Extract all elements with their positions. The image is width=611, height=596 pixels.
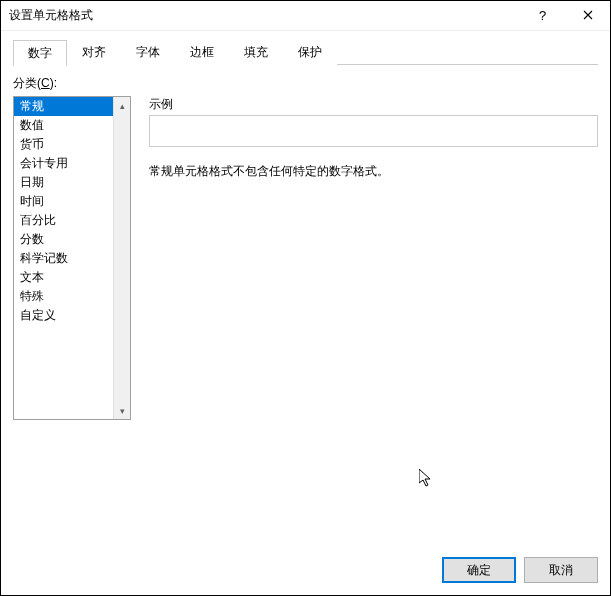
list-item[interactable]: 文本 xyxy=(14,268,113,287)
list-item[interactable]: 分数 xyxy=(14,230,113,249)
list-item[interactable]: 百分比 xyxy=(14,211,113,230)
tabstrip: 数字对齐字体边框填充保护 xyxy=(13,39,598,65)
scroll-up-icon[interactable]: ▴ xyxy=(114,97,130,114)
tab-2[interactable]: 字体 xyxy=(121,39,175,65)
close-icon xyxy=(583,9,593,23)
list-item[interactable]: 自定义 xyxy=(14,306,113,325)
tab-1[interactable]: 对齐 xyxy=(67,39,121,65)
list-item[interactable]: 科学记数 xyxy=(14,249,113,268)
sample-label: 示例 xyxy=(149,96,598,113)
list-item[interactable]: 数值 xyxy=(14,116,113,135)
help-button[interactable]: ? xyxy=(520,1,565,31)
main-area: 常规数值货币会计专用日期时间百分比分数科学记数文本特殊自定义 ▴ ▾ 示例 常规… xyxy=(13,96,598,420)
list-item[interactable]: 常规 xyxy=(14,97,113,116)
list-item[interactable]: 特殊 xyxy=(14,287,113,306)
list-item[interactable]: 时间 xyxy=(14,192,113,211)
ok-button[interactable]: 确定 xyxy=(442,557,516,583)
tab-4[interactable]: 填充 xyxy=(229,39,283,65)
close-button[interactable] xyxy=(565,1,610,31)
scroll-down-icon[interactable]: ▾ xyxy=(114,402,130,419)
tab-5[interactable]: 保护 xyxy=(283,39,337,65)
right-pane: 示例 常规单元格格式不包含任何特定的数字格式。 xyxy=(149,96,598,420)
sample-box xyxy=(149,115,598,147)
cursor-icon xyxy=(419,469,435,492)
dialog-window: 设置单元格格式 ? 数字对齐字体边框填充保护 分类(C): 常规数值货币会计专用… xyxy=(0,0,611,596)
listbox-scrollbar[interactable]: ▴ ▾ xyxy=(113,97,130,419)
tab-0[interactable]: 数字 xyxy=(13,40,67,66)
list-item[interactable]: 日期 xyxy=(14,173,113,192)
dialog-body: 数字对齐字体边框填充保护 分类(C): 常规数值货币会计专用日期时间百分比分数科… xyxy=(1,31,610,595)
list-item[interactable]: 货币 xyxy=(14,135,113,154)
format-description: 常规单元格格式不包含任何特定的数字格式。 xyxy=(149,163,598,180)
category-listbox[interactable]: 常规数值货币会计专用日期时间百分比分数科学记数文本特殊自定义 ▴ ▾ xyxy=(13,96,131,420)
tab-3[interactable]: 边框 xyxy=(175,39,229,65)
titlebar: 设置单元格格式 ? xyxy=(1,1,610,31)
button-row: 确定 取消 xyxy=(442,557,598,583)
window-title: 设置单元格格式 xyxy=(9,7,520,24)
tab-content-number: 分类(C): 常规数值货币会计专用日期时间百分比分数科学记数文本特殊自定义 ▴ … xyxy=(13,65,598,420)
list-item[interactable]: 会计专用 xyxy=(14,154,113,173)
cancel-button[interactable]: 取消 xyxy=(524,557,598,583)
category-items: 常规数值货币会计专用日期时间百分比分数科学记数文本特殊自定义 xyxy=(14,97,113,419)
category-label: 分类(C): xyxy=(13,75,598,92)
